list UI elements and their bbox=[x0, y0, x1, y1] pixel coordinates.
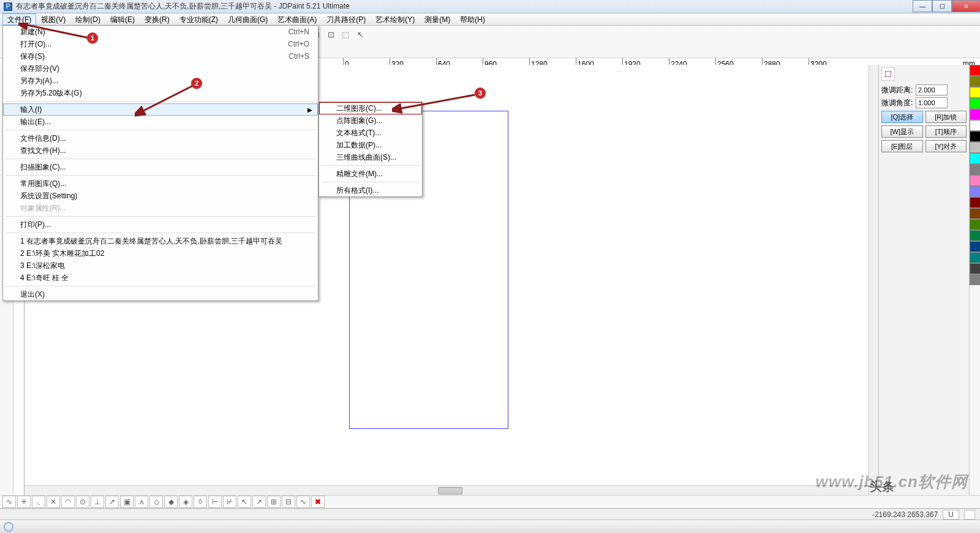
menu-entry[interactable]: 3 E:\深松家电 bbox=[3, 259, 318, 272]
color-swatch[interactable] bbox=[970, 109, 980, 120]
submenu-entry[interactable]: 加工数据(P)... bbox=[319, 139, 422, 151]
menu-item[interactable]: 艺术曲面(A) bbox=[273, 13, 322, 25]
scrollbar-thumb[interactable] bbox=[438, 487, 462, 494]
menu-item[interactable]: 文件(F) bbox=[2, 13, 36, 25]
color-swatch[interactable] bbox=[970, 186, 980, 197]
menu-item[interactable]: 刀具路径(P) bbox=[322, 13, 371, 25]
snap-tool[interactable]: ◆ bbox=[164, 496, 178, 508]
color-swatch[interactable] bbox=[970, 274, 980, 285]
snap-tool[interactable]: ↖ bbox=[238, 496, 251, 508]
menu-entry[interactable]: 文件信息(D)... bbox=[3, 132, 318, 144]
color-swatch[interactable] bbox=[970, 65, 980, 76]
color-swatch[interactable] bbox=[970, 142, 980, 153]
horizontal-scrollbar[interactable] bbox=[24, 485, 869, 495]
menu-item[interactable]: 变换(R) bbox=[140, 13, 175, 25]
submenu-entry[interactable]: 精雕文件(M)... bbox=[319, 168, 422, 180]
color-swatch[interactable] bbox=[970, 197, 980, 208]
submenu-entry[interactable]: 文本格式(T)... bbox=[319, 127, 422, 139]
snap-tool[interactable]: ∿ bbox=[2, 496, 16, 508]
menu-entry[interactable]: 打开(O)...Ctrl+O bbox=[3, 38, 318, 50]
color-swatch[interactable] bbox=[970, 175, 980, 186]
menu-entry[interactable]: 扫描图象(C)... bbox=[3, 161, 318, 173]
panel-button[interactable]: [R]加锁 bbox=[925, 111, 967, 123]
menu-entry[interactable]: 输出(E)... bbox=[3, 116, 318, 128]
color-swatch[interactable] bbox=[970, 219, 980, 230]
color-swatch[interactable] bbox=[970, 131, 980, 142]
menu-entry[interactable]: 4 E:\奇旺 桂 全 bbox=[3, 272, 318, 284]
menu-entry[interactable]: 另存为5.20版本(G) bbox=[3, 87, 318, 99]
menu-item[interactable]: 编辑(E) bbox=[105, 13, 140, 25]
panel-button[interactable]: [Y]对齐 bbox=[925, 140, 967, 152]
menu-item[interactable]: 专业功能(Z) bbox=[175, 13, 223, 25]
color-swatch[interactable] bbox=[970, 98, 980, 109]
snap-tool[interactable]: ∿ bbox=[296, 496, 310, 508]
cursor-icon[interactable]: ↖ bbox=[353, 28, 367, 41]
snap-tool[interactable]: ◠ bbox=[61, 496, 75, 508]
snap-tool[interactable]: ◊ bbox=[194, 496, 207, 508]
panel-button[interactable]: [Q]选择 bbox=[881, 111, 923, 123]
snap-tool[interactable]: ↗ bbox=[252, 496, 266, 508]
color-swatch[interactable] bbox=[970, 153, 980, 164]
menu-item[interactable]: 帮助(H) bbox=[455, 13, 490, 25]
snap-tool[interactable]: ⊬ bbox=[223, 496, 236, 508]
snap-tool[interactable]: ▣ bbox=[120, 496, 134, 508]
cancel-snap-icon[interactable]: ✖ bbox=[311, 496, 325, 508]
snap-tool[interactable]: ◈ bbox=[179, 496, 192, 508]
submenu-entry[interactable]: 所有格式(I)... bbox=[319, 184, 422, 196]
menu-entry[interactable]: 保存部分(V) bbox=[3, 62, 318, 75]
menu-item[interactable]: 绘制(D) bbox=[70, 13, 105, 25]
snap-tool[interactable]: ⊥ bbox=[91, 496, 104, 508]
color-swatch[interactable] bbox=[970, 208, 980, 219]
menu-entry[interactable]: 另存为(A)... bbox=[3, 75, 318, 87]
color-swatch[interactable] bbox=[970, 164, 980, 175]
snap-tool[interactable]: ⊢ bbox=[208, 496, 222, 508]
minimize-button[interactable]: — bbox=[913, 0, 932, 12]
menu-item[interactable]: 几何曲面(G) bbox=[223, 13, 273, 25]
color-swatch[interactable] bbox=[970, 241, 980, 252]
color-swatch[interactable] bbox=[970, 230, 980, 241]
snap-tool[interactable]: ◇ bbox=[149, 496, 163, 508]
menu-entry[interactable]: 1 有志者事竟成破釜沉舟百二秦关终属楚苦心人,天不负,卧薪尝胆,三千越甲可吞吴 bbox=[3, 235, 318, 247]
close-button[interactable]: ✕ bbox=[952, 0, 980, 12]
menu-entry[interactable]: 常用图库(Q)... bbox=[3, 177, 318, 190]
maximize-button[interactable]: ☐ bbox=[932, 0, 952, 12]
color-swatch[interactable] bbox=[970, 252, 980, 263]
panel-button[interactable]: [W]显示 bbox=[881, 125, 923, 138]
snap-tool[interactable]: ⋏ bbox=[135, 496, 148, 508]
fine-angle-input[interactable] bbox=[916, 97, 948, 108]
menu-entry[interactable]: 退出(X) bbox=[3, 288, 318, 300]
snap-tool[interactable]: ◟ bbox=[32, 496, 45, 508]
submenu-entry[interactable]: 二维图形(C)... bbox=[319, 102, 422, 114]
menu-entry[interactable]: 输入(I)▶ bbox=[3, 103, 318, 116]
snap-tool[interactable]: ✳ bbox=[17, 496, 31, 508]
vertical-scrollbar[interactable] bbox=[869, 65, 878, 495]
color-swatch[interactable] bbox=[970, 87, 980, 98]
snap-tool[interactable]: ↗ bbox=[105, 496, 119, 508]
panel-button[interactable]: [E]图层 bbox=[881, 140, 923, 152]
tool-button[interactable]: ⊡ bbox=[324, 28, 337, 41]
menu-item[interactable]: 艺术绘制(Y) bbox=[371, 13, 420, 25]
snap-tool[interactable]: ⊞ bbox=[267, 496, 281, 508]
tool-button[interactable]: ⬚ bbox=[339, 28, 352, 41]
menu-item[interactable]: 视图(V) bbox=[36, 13, 70, 25]
panel-button[interactable]: [T]顺序 bbox=[925, 125, 967, 138]
snap-tool[interactable]: ⊟ bbox=[282, 496, 295, 508]
selection-mode-icon[interactable] bbox=[881, 67, 895, 81]
import-submenu: 二维图形(C)...点阵图象(G)...文本格式(T)...加工数据(P)...… bbox=[318, 102, 423, 197]
menu-entry[interactable]: 查找文件(H)... bbox=[3, 144, 318, 157]
menu-entry[interactable]: 系统设置(Setting) bbox=[3, 190, 318, 202]
submenu-entry[interactable]: 三维曲线曲面(S)... bbox=[319, 151, 422, 163]
menu-entry[interactable]: 新建(N)Ctrl+N bbox=[3, 26, 318, 38]
color-swatch[interactable] bbox=[970, 76, 980, 87]
snap-tool[interactable]: ⊙ bbox=[76, 496, 89, 508]
menu-entry[interactable]: 2 E:\环美 实木雕花加工02 bbox=[3, 247, 318, 259]
snap-tool[interactable]: ✕ bbox=[47, 496, 60, 508]
color-swatch[interactable] bbox=[970, 263, 980, 274]
fine-distance-input[interactable] bbox=[916, 84, 948, 95]
color-swatch[interactable] bbox=[970, 120, 980, 131]
submenu-entry[interactable]: 点阵图象(G)... bbox=[319, 114, 422, 127]
taskbar-icon bbox=[4, 522, 13, 532]
menu-entry[interactable]: 保存(S)Ctrl+S bbox=[3, 50, 318, 62]
menu-item[interactable]: 测量(M) bbox=[420, 13, 455, 25]
menu-entry[interactable]: 打印(P)... bbox=[3, 218, 318, 231]
